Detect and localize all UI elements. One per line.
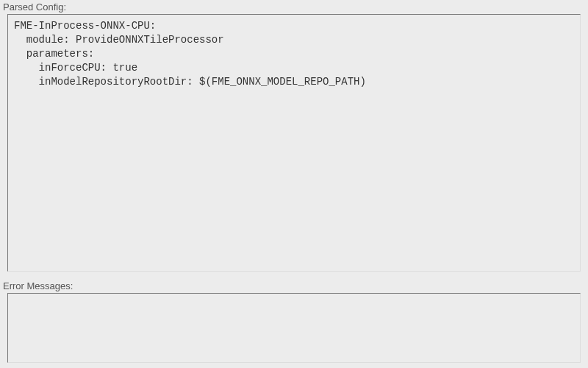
error-messages-box[interactable] bbox=[7, 293, 581, 363]
error-messages-section: Error Messages: bbox=[0, 279, 588, 363]
error-messages-label: Error Messages: bbox=[0, 279, 588, 293]
parsed-config-content: FME-InProcess-ONNX-CPU: module: ProvideO… bbox=[8, 15, 580, 93]
parsed-config-label: Parsed Config: bbox=[0, 0, 588, 14]
parsed-config-box[interactable]: FME-InProcess-ONNX-CPU: module: ProvideO… bbox=[7, 14, 581, 272]
error-messages-content bbox=[8, 294, 580, 302]
parsed-config-section: Parsed Config: FME-InProcess-ONNX-CPU: m… bbox=[0, 0, 588, 272]
